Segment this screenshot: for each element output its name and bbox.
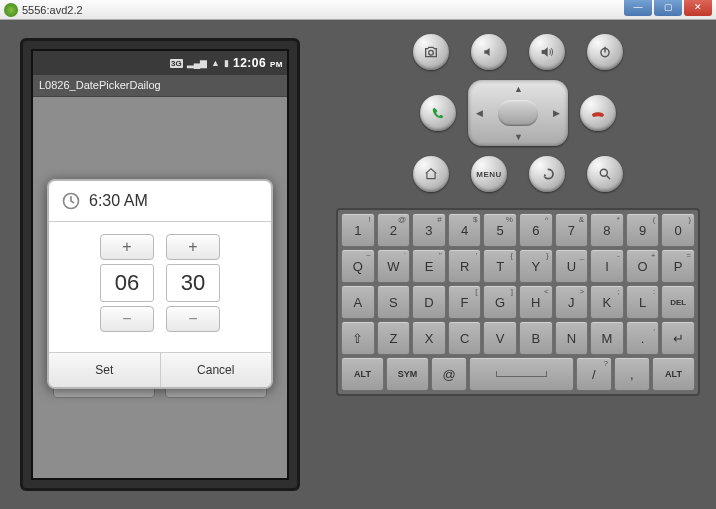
key-b[interactable]: B xyxy=(519,321,553,355)
dpad-up[interactable]: ▲ xyxy=(514,84,523,94)
dpad-center[interactable] xyxy=(498,100,538,126)
hour-field[interactable]: 06 xyxy=(100,264,154,302)
home-button[interactable] xyxy=(413,156,449,192)
dialog-header: 6:30 AM xyxy=(49,181,271,222)
hour-minus-button[interactable]: − xyxy=(100,306,154,332)
minute-plus-button[interactable]: + xyxy=(166,234,220,260)
end-call-button[interactable] xyxy=(580,95,616,131)
minute-minus-button[interactable]: − xyxy=(166,306,220,332)
window-close-button[interactable]: ✕ xyxy=(684,0,712,16)
key-j[interactable]: J> xyxy=(555,285,589,319)
key-f[interactable]: F[ xyxy=(448,285,482,319)
power-button[interactable] xyxy=(587,34,623,70)
key-v[interactable]: V xyxy=(483,321,517,355)
status-bar: 3G ▂▄▆ ▲ ▮ 12:06 PM xyxy=(33,51,287,75)
key-h[interactable]: H< xyxy=(519,285,553,319)
key-.[interactable]: ., xyxy=(626,321,660,355)
volume-up-button[interactable] xyxy=(529,34,565,70)
key-y[interactable]: Y} xyxy=(519,249,553,283)
key-l[interactable]: L: xyxy=(626,285,660,319)
emulator-favicon xyxy=(4,3,18,17)
key-sym[interactable]: SYM xyxy=(386,357,429,391)
key-1[interactable]: 1! xyxy=(341,213,375,247)
key-alt-left[interactable]: ALT xyxy=(341,357,384,391)
clock-icon xyxy=(61,191,81,211)
key-r[interactable]: R' xyxy=(448,249,482,283)
key-w[interactable]: W` xyxy=(377,249,411,283)
dpad-left[interactable]: ◀ xyxy=(476,108,483,118)
hour-column: + 06 − xyxy=(100,234,154,332)
key-6[interactable]: 6^ xyxy=(519,213,553,247)
key-k[interactable]: K; xyxy=(590,285,624,319)
phone-panel: 3G ▂▄▆ ▲ ▮ 12:06 PM L0826_DatePickerDail… xyxy=(0,20,320,509)
key-c[interactable]: C xyxy=(448,321,482,355)
key-2[interactable]: 2@ xyxy=(377,213,411,247)
key-9[interactable]: 9( xyxy=(626,213,660,247)
status-time-ampm: PM xyxy=(270,60,283,69)
key-u[interactable]: U_ xyxy=(555,249,589,283)
key-shift[interactable]: ⇧ xyxy=(341,321,375,355)
key-n[interactable]: N xyxy=(555,321,589,355)
key-d[interactable]: D xyxy=(412,285,446,319)
window-title: 5556:avd2.2 xyxy=(22,4,83,16)
search-button[interactable] xyxy=(587,156,623,192)
key-at[interactable]: @ xyxy=(431,357,467,391)
camera-button[interactable] xyxy=(413,34,449,70)
key-space[interactable] xyxy=(469,357,574,391)
dpad-down[interactable]: ▼ xyxy=(514,132,523,142)
key-3[interactable]: 3# xyxy=(412,213,446,247)
key-8[interactable]: 8* xyxy=(590,213,624,247)
key-enter[interactable]: ↵ xyxy=(661,321,695,355)
keyboard: 1!2@3#4$5%6^7&8*9(0) Q~W`E"R'T{Y}U_I-O+P… xyxy=(336,208,700,396)
dialog-cancel-button[interactable]: Cancel xyxy=(161,353,272,387)
dpad-right[interactable]: ▶ xyxy=(553,108,560,118)
hour-plus-button[interactable]: + xyxy=(100,234,154,260)
key-t[interactable]: T{ xyxy=(483,249,517,283)
dialog-title: 6:30 AM xyxy=(89,192,148,210)
window-titlebar: 5556:avd2.2 — ▢ ✕ xyxy=(0,0,716,20)
network-icon: 3G xyxy=(170,59,183,68)
app-title: L0826_DatePickerDailog xyxy=(33,75,287,97)
key-del[interactable]: DEL xyxy=(661,285,695,319)
key-comma[interactable]: , xyxy=(614,357,650,391)
hardware-buttons: ▲ ▼ ◀ ▶ MENU xyxy=(336,34,700,192)
window-maximize-button[interactable]: ▢ xyxy=(654,0,682,16)
key-4[interactable]: 4$ xyxy=(448,213,482,247)
key-g[interactable]: G] xyxy=(483,285,517,319)
key-a[interactable]: A xyxy=(341,285,375,319)
key-7[interactable]: 7& xyxy=(555,213,589,247)
dpad[interactable]: ▲ ▼ ◀ ▶ xyxy=(468,80,568,146)
minute-field[interactable]: 30 xyxy=(166,264,220,302)
key-z[interactable]: Z xyxy=(377,321,411,355)
key-alt-right[interactable]: ALT xyxy=(652,357,695,391)
controls-panel: ▲ ▼ ◀ ▶ MENU xyxy=(320,20,716,509)
minute-column: + 30 − xyxy=(166,234,220,332)
key-x[interactable]: X xyxy=(412,321,446,355)
key-o[interactable]: O+ xyxy=(626,249,660,283)
key-0[interactable]: 0) xyxy=(661,213,695,247)
key-slash[interactable]: /? xyxy=(576,357,612,391)
volume-down-button[interactable] xyxy=(471,34,507,70)
key-s[interactable]: S xyxy=(377,285,411,319)
key-5[interactable]: 5% xyxy=(483,213,517,247)
menu-button[interactable]: MENU xyxy=(471,156,507,192)
phone-screen: 3G ▂▄▆ ▲ ▮ 12:06 PM L0826_DatePickerDail… xyxy=(31,49,289,480)
svg-point-1 xyxy=(429,50,434,55)
key-m[interactable]: M xyxy=(590,321,624,355)
battery-icon: ▮ xyxy=(224,58,229,68)
dialog-set-button[interactable]: Set xyxy=(49,353,161,387)
window-minimize-button[interactable]: — xyxy=(624,0,652,16)
wifi-icon: ▲ xyxy=(211,58,220,68)
key-i[interactable]: I- xyxy=(590,249,624,283)
call-button[interactable] xyxy=(420,95,456,131)
time-picker-dialog: 6:30 AM + 06 − + 30 − xyxy=(47,179,273,389)
key-e[interactable]: E" xyxy=(412,249,446,283)
phone-frame: 3G ▂▄▆ ▲ ▮ 12:06 PM L0826_DatePickerDail… xyxy=(20,38,300,491)
status-time: 12:06 PM xyxy=(233,56,283,70)
back-button[interactable] xyxy=(529,156,565,192)
status-time-value: 12:06 xyxy=(233,56,266,70)
key-p[interactable]: P= xyxy=(661,249,695,283)
key-q[interactable]: Q~ xyxy=(341,249,375,283)
signal-icon: ▂▄▆ xyxy=(187,58,207,68)
